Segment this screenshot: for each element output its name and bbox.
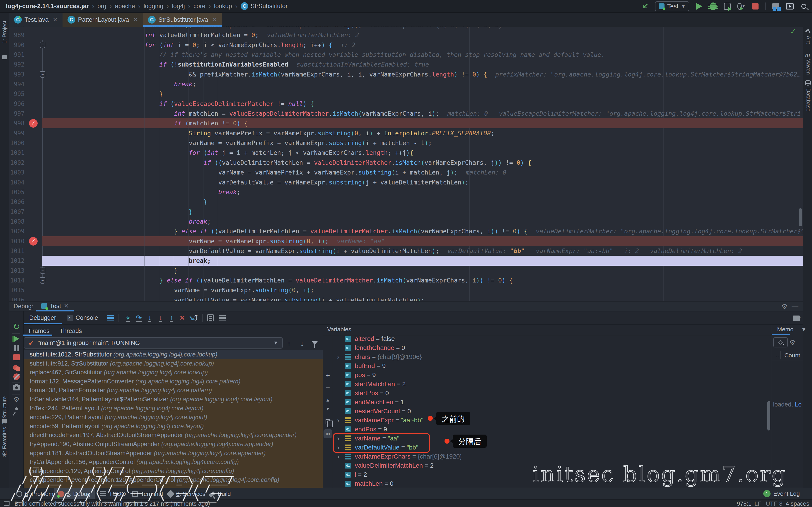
code-line-998[interactable]: 998✓if (matchLen != 0) { [9, 118, 803, 128]
breadcrumb-item[interactable]: log4j [172, 3, 185, 10]
stack-frame-row[interactable]: append:181, AbstractOutputStreamAppender… [24, 449, 323, 458]
resume-button[interactable] [12, 335, 21, 343]
editor-tab-patternlayout-java[interactable]: CPatternLayout.java✕ [62, 13, 143, 27]
tool-stripe-maven[interactable]: Maven [805, 58, 812, 75]
code-line-988[interactable]: 988final char [] varNameExprChars = varN… [9, 27, 803, 30]
force-step-into-button[interactable]: ↓ [155, 314, 166, 322]
thread-selector[interactable]: ✔ "main"@1 in group "main": RUNNING ▼ [24, 337, 283, 349]
breadcrumb-item[interactable]: core [194, 3, 205, 10]
show-execution-point-button[interactable]: ⌖ [122, 314, 134, 322]
view-breakpoints-button[interactable] [12, 364, 21, 372]
run-configuration-select[interactable]: Test ▼ [655, 1, 689, 11]
tool-window-button-debug[interactable]: 5: Debug [54, 488, 95, 500]
debug-gear-icon[interactable]: ⚙ [12, 395, 21, 404]
code-line-1006[interactable]: 1006} [9, 197, 803, 207]
memory-count-column[interactable]: Count [784, 352, 800, 359]
event-log[interactable]: 1 Event Log [763, 490, 800, 497]
chevron-right-icon[interactable]: › [337, 452, 339, 461]
code-line-1014[interactable]: 1014−} else if ((valueDelimiterMatchLen … [9, 275, 803, 285]
tool-window-button-problems[interactable]: 6: Problems [12, 488, 60, 500]
thread-dump-camera-icon[interactable] [12, 383, 21, 392]
stack-frame-row[interactable]: tryCallAppender:156, AppenderControl (or… [24, 458, 323, 467]
editor-tab-strsubstitutor-java[interactable]: CStrSubstitutor.java✕ [143, 13, 222, 27]
stop-debug-button[interactable] [12, 353, 21, 361]
variable-row-altered[interactable]: 01altered = false [333, 334, 767, 343]
search-everywhere-icon[interactable] [800, 2, 808, 10]
code-line-1000[interactable]: 1000varName = varNamePrefix + varNameExp… [9, 138, 803, 148]
variable-row-endPos[interactable]: 01endPos = 9 [333, 425, 767, 434]
filter-frames-icon[interactable] [312, 341, 318, 345]
stack-frame-row[interactable]: toText:244, PatternLayout (org.apache.lo… [24, 404, 323, 413]
stack-frame-row[interactable]: substitute:1012, StrSubstitutor (org.apa… [24, 350, 323, 359]
close-tab-icon[interactable]: ✕ [53, 16, 58, 23]
variable-row-pos[interactable]: 01pos = 9 [333, 371, 767, 380]
tab-memory[interactable]: Memo [777, 326, 802, 333]
layout-settings-icon[interactable] [107, 314, 115, 322]
run-button[interactable] [695, 2, 703, 10]
code-line-1009[interactable]: 1009} else if ((valueDelimiterMatchLen =… [9, 226, 803, 236]
inspections-ok-icon[interactable]: ✓ [790, 27, 796, 36]
fold-marker-icon[interactable]: − [40, 277, 45, 284]
variable-row-lengthChange[interactable]: 01lengthChange = 0 [333, 343, 767, 352]
breadcrumb-item[interactable]: lookup [214, 3, 232, 10]
mute-breakpoints-button[interactable] [12, 372, 21, 381]
variable-row-bufEnd[interactable]: 01bufEnd = 9 [333, 361, 767, 371]
memory-load-link[interactable]: Lo [795, 401, 802, 408]
duplicate-icon[interactable] [323, 417, 332, 426]
breakpoint-icon[interactable]: ✓ [29, 237, 38, 245]
stack-frame-row[interactable]: encode:59, PatternLayout (org.apache.log… [24, 422, 323, 431]
code-line-1013[interactable]: 1013−} [9, 266, 803, 275]
code-line-999[interactable]: 999String varNamePrefix = varNameExpr.su… [9, 128, 803, 138]
editor-scrollbar[interactable] [799, 208, 802, 226]
pin-icon[interactable] [12, 404, 21, 413]
breadcrumb[interactable]: log4j-core-2.14.1-sources.jar›org›apache… [0, 2, 288, 10]
breadcrumb-item[interactable]: org [97, 3, 106, 10]
variable-row-startMatchLen[interactable]: 01startMatchLen = 2 [333, 380, 767, 389]
stack-frame-row[interactable]: toSerializable:344, PatternLayout$Patter… [24, 395, 323, 404]
tool-window-button-terminal[interactable]: Terminal [128, 488, 167, 500]
breakpoint-icon[interactable]: ✓ [29, 119, 38, 128]
step-out-button[interactable]: ↑ [166, 314, 177, 322]
tool-window-button-build[interactable]: Build [205, 488, 235, 500]
code-line-1015[interactable]: 1015varName = varNameExpr.substring(0, i… [9, 285, 803, 295]
remove-watch-button[interactable]: − [323, 383, 332, 392]
debug-settings-gear-icon[interactable]: ⚙ [781, 302, 788, 310]
code-line-1008[interactable]: 1008break; [9, 217, 803, 226]
tool-stripe-ant[interactable]: Ant [805, 36, 812, 44]
variable-row-varNameExpr[interactable]: ›varNameExpr = "aa:-bb" [333, 416, 767, 425]
tool-stripe-database[interactable]: Database [805, 88, 812, 112]
profiler-button[interactable]: ▼ [737, 2, 745, 10]
variable-row-startPos[interactable]: 01startPos = 0 [333, 389, 767, 398]
code-line-996[interactable]: 996if (valueEscapeDelimiterMatcher != nu… [9, 99, 803, 109]
variable-row-endMatchLen[interactable]: 01endMatchLen = 1 [333, 398, 767, 407]
watches-toggle-icon[interactable]: ∞ [323, 429, 332, 438]
tab-console[interactable]: Console [62, 311, 104, 324]
tool-window-button-services[interactable]: 8: Services [164, 488, 210, 500]
code-line-991[interactable]: 991// if there's any nested variable whe… [9, 50, 803, 60]
tool-stripe-project[interactable]: 1: Project [1, 20, 8, 44]
code-line-995[interactable]: 995} [9, 89, 803, 99]
stop-button[interactable] [751, 2, 759, 10]
close-tab-icon[interactable]: ✕ [133, 16, 138, 23]
tab-debugger[interactable]: Debugger [24, 311, 62, 324]
code-line-1011[interactable]: 1011varDefaultValue = varNameExpr.substr… [9, 246, 803, 256]
tool-stripe-favorites[interactable]: 2: Favorites [1, 427, 8, 455]
drop-frame-button[interactable]: ✕ [177, 314, 188, 322]
variables-scrollbar[interactable] [767, 401, 770, 431]
run-to-cursor-button[interactable]: ↘ℐ [188, 314, 199, 322]
evaluate-expression-button[interactable] [206, 314, 214, 322]
variable-row-nestedVarCount[interactable]: 01nestedVarCount = 0 [333, 407, 767, 416]
code-line-992[interactable]: 992if (!substitutionInVariablesEnabledsu… [9, 60, 803, 69]
chevron-right-icon[interactable]: › [337, 416, 339, 425]
chevron-right-icon[interactable]: › [337, 352, 339, 361]
run-anything-icon[interactable] [786, 2, 794, 10]
coverage-button[interactable] [723, 2, 731, 10]
breadcrumb-item[interactable]: apache [115, 3, 135, 10]
breadcrumb-root[interactable]: log4j-core-2.14.1-sources.jar [6, 3, 89, 10]
add-watch-button[interactable]: + [323, 371, 332, 380]
variable-row-matchLen[interactable]: 01matchLen = 0 [333, 479, 767, 488]
debug-button[interactable] [709, 2, 717, 10]
file-encoding[interactable]: UTF-8 [766, 500, 782, 507]
panel-layout-icon[interactable] [793, 316, 800, 321]
debug-session-tab[interactable]: Test✕ [41, 302, 69, 309]
